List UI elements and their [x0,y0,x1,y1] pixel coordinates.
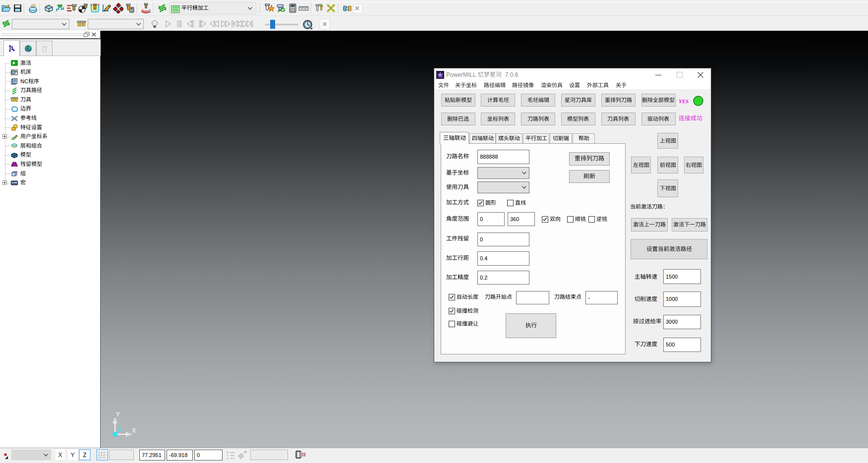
svg-text:X: X [132,427,136,434]
svg-text:Z: Z [227,457,229,460]
svg-text:Y: Y [116,411,120,418]
svg-text:Z: Z [117,425,121,433]
svg-text:MILL: MILL [12,181,16,183]
